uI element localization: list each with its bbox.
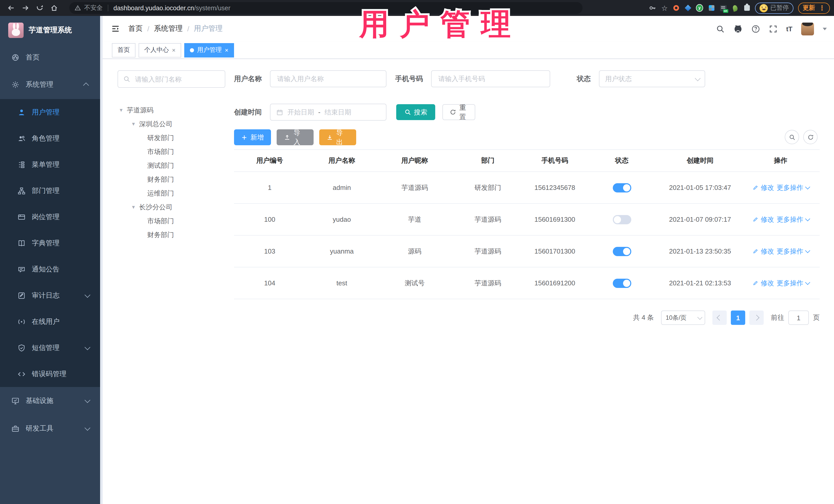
url-bar[interactable]: 不安全 dashboard.yudao.iocoder.cn/system/us… <box>69 2 583 14</box>
more-actions-link[interactable]: 更多操作 <box>777 279 809 288</box>
tree-node[interactable]: 运维部门 <box>117 186 225 200</box>
fullscreen-icon[interactable] <box>769 24 777 33</box>
dept-search-input[interactable] <box>134 75 213 83</box>
cell-created: 2021-01-07 09:07:17 <box>658 216 742 223</box>
reset-button[interactable]: 重置 <box>442 104 475 120</box>
goto-page-input[interactable] <box>788 310 809 325</box>
sidebar-item-online-users[interactable]: 在线用户 <box>0 308 100 335</box>
edit-link[interactable]: 修改 <box>753 183 774 192</box>
extensions-puzzle-icon[interactable] <box>743 4 750 12</box>
sidebar-item-system[interactable]: 系统管理 <box>0 70 100 99</box>
close-icon[interactable]: × <box>225 47 228 53</box>
caret-down-icon[interactable]: ▾ <box>131 204 136 211</box>
extension-tampermonkey-icon[interactable]: on <box>720 4 727 12</box>
more-actions-link[interactable]: 更多操作 <box>777 183 809 192</box>
tree-node[interactable]: 财务部门 <box>117 228 225 242</box>
status-toggle[interactable] <box>613 215 631 224</box>
cell-mobile: 15601691300 <box>525 216 585 223</box>
chevron-left-icon <box>717 315 723 321</box>
sidebar-item-notice[interactable]: 通知公告 <box>0 256 100 282</box>
next-page-button[interactable] <box>749 310 764 325</box>
sidebar-item-audit-log[interactable]: 审计日志 <box>0 282 100 308</box>
sidebar-item-role-management[interactable]: 角色管理 <box>0 125 100 151</box>
font-size-icon[interactable]: tT <box>786 25 792 32</box>
import-button[interactable]: 导入 <box>277 129 313 145</box>
browser-update-button[interactable]: 更新 ⋮ <box>798 2 830 14</box>
status-select[interactable]: 用户状态 <box>599 70 705 87</box>
tag-home[interactable]: 首页 <box>112 43 135 57</box>
sidebar-item-dev-tools[interactable]: 研发工具 <box>0 415 100 442</box>
extension-green-icon[interactable]: y <box>696 4 703 12</box>
add-button[interactable]: 新增 <box>234 129 271 145</box>
mobile-input[interactable] <box>437 74 544 83</box>
breadcrumb-system[interactable]: 系统管理 <box>154 24 183 34</box>
download-icon <box>326 134 333 140</box>
tree-node[interactable]: 研发部门 <box>117 131 225 145</box>
export-button[interactable]: 导出 <box>319 129 356 145</box>
sidebar-item-dept-management[interactable]: 部门管理 <box>0 178 100 204</box>
home-icon[interactable] <box>50 4 58 12</box>
extension-gem-icon[interactable] <box>684 4 691 12</box>
reload-icon[interactable] <box>36 4 44 12</box>
avatar-caret-icon[interactable] <box>823 27 827 30</box>
url-divider <box>108 5 108 11</box>
search-button[interactable]: 搜索 <box>396 104 435 120</box>
edit-link[interactable]: 修改 <box>753 279 774 288</box>
page-size-select[interactable]: 10条/页 <box>661 310 705 325</box>
sidebar-item-user-management[interactable]: 用户管理 <box>0 99 100 125</box>
tree-node[interactable]: 市场部门 <box>117 214 225 228</box>
extension-leaf-icon[interactable] <box>731 4 739 12</box>
more-actions-link[interactable]: 更多操作 <box>777 215 809 224</box>
prev-page-button[interactable] <box>712 310 727 325</box>
page-number-button[interactable]: 1 <box>731 310 745 325</box>
tag-profile[interactable]: 个人中心 × <box>138 43 181 57</box>
help-icon[interactable] <box>751 24 760 33</box>
tag-user-management[interactable]: 用户管理 × <box>184 43 234 57</box>
key-icon[interactable] <box>649 4 657 12</box>
sidebar-item-home[interactable]: 首页 <box>0 45 100 70</box>
tree-node[interactable]: 测试部门 <box>117 159 225 172</box>
browser-menu-icon[interactable]: ⋮ <box>819 5 825 11</box>
refresh-table-button[interactable] <box>803 130 817 144</box>
username-input[interactable] <box>276 74 380 83</box>
github-icon[interactable] <box>733 24 742 34</box>
sidebar-item-menu-management[interactable]: 菜单管理 <box>0 151 100 178</box>
bookmark-star-icon[interactable]: ☆ <box>661 4 668 12</box>
tree-node[interactable]: 财务部门 <box>117 172 225 186</box>
tree-node-label: 芋道源码 <box>127 106 153 115</box>
sidebar-item-dict-management[interactable]: 字典管理 <box>0 230 100 256</box>
sidebar-item-sms-management[interactable]: 短信管理 <box>0 335 100 361</box>
user-avatar[interactable] <box>801 22 814 35</box>
breadcrumb: 首页 / 系统管理 / 用户管理 <box>128 24 223 34</box>
sidebar-item-post-management[interactable]: 岗位管理 <box>0 204 100 230</box>
status-toggle[interactable] <box>613 183 631 192</box>
edit-link[interactable]: 修改 <box>753 247 774 256</box>
status-toggle[interactable] <box>613 279 631 288</box>
status-toggle[interactable] <box>613 247 631 256</box>
sidebar-item-infrastructure[interactable]: 基础设施 <box>0 387 100 415</box>
breadcrumb-home[interactable]: 首页 <box>128 24 143 34</box>
sidebar-scrollbar[interactable] <box>100 16 103 504</box>
header-search-icon[interactable] <box>716 24 724 33</box>
page-size-value: 10条/页 <box>666 313 686 322</box>
extension-orange-icon[interactable] <box>672 4 680 12</box>
browser-profile-chip[interactable]: 已暂停 <box>755 2 793 14</box>
sidebar-logo[interactable]: 芋道管理系统 <box>0 16 100 45</box>
online-signal-icon <box>18 317 26 326</box>
back-icon[interactable] <box>7 4 15 12</box>
toggle-search-button[interactable] <box>785 130 799 144</box>
sidebar-collapse-icon[interactable] <box>103 24 128 34</box>
extension-grid-icon[interactable] <box>708 4 715 12</box>
tree-node[interactable]: ▾芋道源码 <box>117 103 225 117</box>
close-icon[interactable]: × <box>172 47 176 53</box>
edit-link[interactable]: 修改 <box>753 215 774 224</box>
caret-down-icon[interactable]: ▾ <box>131 120 136 127</box>
sidebar-item-error-code[interactable]: 错误码管理 <box>0 361 100 387</box>
tree-node[interactable]: ▾长沙分公司 <box>117 200 225 214</box>
date-range-picker[interactable]: 开始日期 - 结束日期 <box>270 104 387 120</box>
caret-down-icon[interactable]: ▾ <box>118 107 124 113</box>
tree-node[interactable]: ▾深圳总公司 <box>117 117 225 131</box>
more-actions-link[interactable]: 更多操作 <box>777 247 809 256</box>
forward-icon[interactable] <box>22 4 29 12</box>
tree-node[interactable]: 市场部门 <box>117 145 225 159</box>
